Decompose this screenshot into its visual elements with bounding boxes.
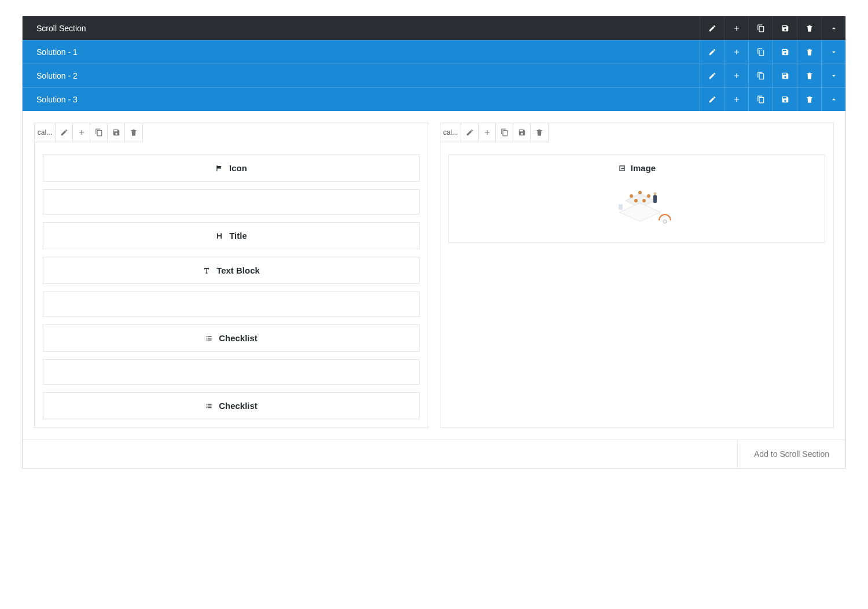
right-blocks: Image — [448, 154, 825, 243]
svg-rect-7 — [653, 195, 657, 203]
copy-button[interactable] — [748, 88, 773, 111]
block-label: Image — [631, 163, 656, 173]
column-label: cal... — [440, 123, 461, 142]
checklist-block[interactable]: Checklist — [43, 392, 420, 419]
block-label: Icon — [229, 163, 247, 173]
scroll-section-actions — [700, 16, 845, 40]
add-button[interactable] — [479, 123, 496, 142]
delete-button[interactable] — [531, 123, 548, 142]
copy-button[interactable] — [496, 123, 513, 142]
block-label: Checklist — [219, 401, 258, 411]
delete-button[interactable] — [797, 88, 821, 111]
text-block[interactable]: Text Block — [43, 257, 420, 284]
solution-actions — [700, 40, 845, 64]
edit-button[interactable] — [700, 16, 724, 40]
svg-point-6 — [642, 199, 646, 202]
add-button[interactable] — [724, 40, 748, 64]
copy-button[interactable] — [748, 40, 773, 64]
block-label: Checklist — [219, 333, 258, 343]
scroll-section-header: Scroll Section — [23, 16, 845, 40]
solution-title: Solution - 3 — [23, 95, 700, 104]
svg-marker-1 — [620, 203, 660, 222]
edit-button[interactable] — [700, 88, 724, 111]
text-icon — [203, 267, 211, 275]
add-button[interactable] — [724, 16, 748, 40]
builder-container: Scroll Section Solution - 1 Solution - 2 — [22, 16, 846, 468]
solution-title: Solution - 1 — [23, 47, 700, 57]
solution-actions — [700, 88, 845, 111]
svg-point-5 — [634, 199, 638, 202]
scroll-section-title: Scroll Section — [23, 24, 700, 33]
save-button[interactable] — [773, 40, 797, 64]
delete-button[interactable] — [797, 16, 821, 40]
expand-button[interactable] — [821, 64, 845, 87]
heading-icon — [215, 232, 223, 240]
svg-point-2 — [630, 194, 633, 198]
save-button[interactable] — [513, 123, 531, 142]
list-icon — [205, 334, 213, 342]
delete-button[interactable] — [797, 64, 821, 87]
column-toolbar: cal... — [35, 123, 143, 142]
left-column: cal... Icon Title Text B — [34, 123, 428, 428]
add-button[interactable] — [73, 123, 90, 142]
edit-button[interactable] — [700, 40, 724, 64]
svg-point-8 — [653, 193, 656, 195]
flag-icon — [215, 164, 223, 172]
list-icon — [205, 402, 213, 410]
image-block[interactable]: Image — [448, 154, 825, 243]
collapse-button[interactable] — [821, 88, 845, 111]
collapse-button[interactable] — [821, 16, 845, 40]
add-button[interactable] — [724, 88, 748, 111]
empty-block[interactable] — [43, 189, 420, 215]
content-area: cal... Icon Title Text B — [23, 111, 845, 440]
save-button[interactable] — [773, 16, 797, 40]
edit-button[interactable] — [461, 123, 479, 142]
empty-block[interactable] — [43, 291, 420, 317]
left-blocks: Icon Title Text Block Checklist — [43, 154, 420, 419]
checklist-block[interactable]: Checklist — [43, 324, 420, 352]
solution-row-2: Solution - 2 — [23, 64, 845, 87]
svg-point-10 — [663, 220, 667, 223]
edit-button[interactable] — [56, 123, 73, 142]
icon-block[interactable]: Icon — [43, 154, 420, 182]
save-button[interactable] — [108, 123, 125, 142]
copy-button[interactable] — [748, 16, 773, 40]
delete-button[interactable] — [797, 40, 821, 64]
copy-button[interactable] — [90, 123, 108, 142]
image-illustration — [602, 182, 672, 228]
solution-row-1: Solution - 1 — [23, 40, 845, 64]
add-to-scroll-section-button[interactable]: Add to Scroll Section — [737, 440, 845, 468]
edit-button[interactable] — [700, 64, 724, 87]
copy-button[interactable] — [748, 64, 773, 87]
block-label: Title — [229, 231, 247, 241]
title-block[interactable]: Title — [43, 222, 420, 249]
expand-button[interactable] — [821, 40, 845, 64]
solution-row-3: Solution - 3 — [23, 87, 845, 111]
empty-block[interactable] — [43, 359, 420, 385]
svg-rect-9 — [619, 204, 623, 210]
footer: Add to Scroll Section — [23, 440, 845, 468]
image-icon — [618, 164, 626, 172]
column-toolbar: cal... — [440, 123, 549, 142]
delete-button[interactable] — [125, 123, 142, 142]
solution-actions — [700, 64, 845, 87]
svg-point-4 — [647, 194, 650, 198]
block-label: Text Block — [216, 265, 260, 275]
add-button[interactable] — [724, 64, 748, 87]
solution-title: Solution - 2 — [23, 71, 700, 80]
column-label: cal... — [35, 123, 56, 142]
save-button[interactable] — [773, 64, 797, 87]
svg-point-3 — [638, 191, 642, 194]
right-column: cal... Image — [440, 123, 834, 428]
save-button[interactable] — [773, 88, 797, 111]
